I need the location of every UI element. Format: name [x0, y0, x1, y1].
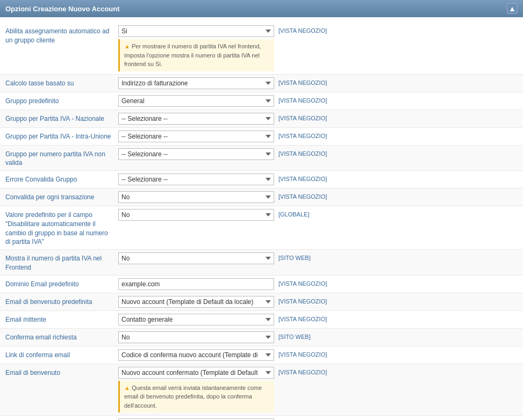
store-link-dominio-email-predefinito[interactable]: [VISTA NEGOZIO] — [278, 278, 332, 287]
select-email-mittente[interactable]: Contatto generale — [118, 314, 274, 325]
select-calcolo-tasse[interactable]: Indirizzo di fatturazioneIndirizzo di sp… — [118, 77, 274, 89]
select-mostra-numero-partita-iva[interactable]: NoSi — [118, 252, 274, 264]
label-dominio-email-predefinito: Dominio Email predefinito — [5, 278, 118, 289]
store-link-calcolo-tasse[interactable]: [VISTA NEGOZIO] — [278, 77, 332, 86]
panel-collapse-icon[interactable]: ▲ — [507, 3, 518, 14]
select-convalida-ogni-transazione[interactable]: NoSi — [118, 191, 274, 203]
label-errore-convalida-gruppo: Errore Convalida Gruppo — [5, 173, 118, 184]
control-wrap-calcolo-tasse: Indirizzo di fatturazioneIndirizzo di sp… — [118, 77, 518, 89]
label-calcolo-tasse: Calcolo tasse basato su — [5, 77, 118, 88]
store-link-gruppo-predefinito[interactable]: [VISTA NEGOZIO] — [278, 95, 332, 104]
form-row-calcolo-tasse: Calcolo tasse basato suIndirizzo di fatt… — [0, 75, 523, 92]
control-wrap-mostra-numero-partita-iva: NoSi[SITO WEB] — [118, 252, 518, 264]
form-row-link-conferma-email: Link di conferma emailCodice di conferma… — [0, 346, 523, 364]
notice-abilita-assegnamento: ▲ Per mostrare il numero di partita IVA … — [118, 39, 274, 71]
store-link-email-benvenuto-predefinita[interactable]: [VISTA NEGOZIO] — [278, 296, 332, 305]
control-wrap-email-benvenuto-predefinita: Nuovo account (Template di Default da lo… — [118, 296, 518, 308]
control-inner-abilita-assegnamento: SiNo▲ Per mostrare il numero di partita … — [118, 25, 274, 71]
form-row-valore-predefinito-campo: Valore predefinito per il campo "Disabil… — [0, 206, 523, 250]
store-link-link-conferma-email[interactable]: [VISTA NEGOZIO] — [278, 349, 332, 358]
form-row-convalida-ogni-transazione: Convalida per ogni transazioneNoSi[VISTA… — [0, 189, 523, 206]
control-inner-conferma-email-richiesta: NoSi — [118, 331, 274, 343]
store-link-gruppo-numero-partita-iva-invalida[interactable]: [VISTA NEGOZIO] — [278, 148, 332, 157]
select-link-conferma-email[interactable]: Codice di conferma nuovo account (Templa… — [118, 349, 274, 361]
control-inner-gruppo-partita-iva-intra: -- Selezionare -- — [118, 131, 274, 142]
select-gruppo-partita-iva-intra[interactable]: -- Selezionare -- — [118, 131, 274, 142]
select-abilita-assegnamento[interactable]: SiNo — [118, 25, 274, 37]
control-inner-convalida-ogni-transazione: NoSi — [118, 191, 274, 203]
control-inner-gruppo-partita-iva-nazionale: -- Selezionare -- — [118, 113, 274, 125]
notice-icon-email-benvenuto: ▲ — [124, 385, 130, 391]
panel-body: Abilita assegnamento automatico ad un gr… — [0, 17, 523, 420]
control-wrap-link-conferma-email: Codice di conferma nuovo account (Templa… — [118, 349, 518, 361]
control-wrap-convalida-ogni-transazione: NoSi[VISTA NEGOZIO] — [118, 191, 518, 203]
control-inner-email-benvenuto: Nuovo account confermato (Template di De… — [118, 367, 274, 413]
store-link-errore-convalida-gruppo[interactable]: [VISTA NEGOZIO] — [278, 173, 332, 182]
control-wrap-gruppo-numero-partita-iva-invalida: -- Selezionare --[VISTA NEGOZIO] — [118, 148, 518, 160]
store-link-email-mittente[interactable]: [VISTA NEGOZIO] — [278, 314, 332, 322]
form-row-abilita-assegnamento: Abilita assegnamento automatico ad un gr… — [0, 23, 523, 75]
label-email-mittente: Email mittente — [5, 314, 118, 324]
label-email-benvenuto-predefinita: Email di benvenuto predefinita — [5, 296, 118, 307]
control-wrap-errore-convalida-gruppo: -- Selezionare --[VISTA NEGOZIO] — [118, 173, 518, 185]
control-inner-gruppo-predefinito: General — [118, 95, 274, 107]
form-row-email-benvenuto-predefinita: Email di benvenuto predefinitaNuovo acco… — [0, 293, 523, 311]
form-row-email-mittente: Email mittenteContatto generale[VISTA NE… — [0, 311, 523, 329]
store-link-gruppo-partita-iva-intra[interactable]: [VISTA NEGOZIO] — [278, 131, 332, 139]
form-row-gruppo-predefinito: Gruppo predefinitoGeneral[VISTA NEGOZIO] — [0, 92, 523, 110]
input-dominio-email-predefinito[interactable] — [118, 278, 274, 290]
panel-header: Opzioni Creazione Nuovo Account ▲ — [0, 0, 523, 17]
control-wrap-valore-predefinito-campo: NoSi[GLOBALE] — [118, 209, 518, 221]
control-inner-errore-convalida-gruppo: -- Selezionare -- — [118, 173, 274, 185]
control-wrap-dominio-email-predefinito: [VISTA NEGOZIO] — [118, 278, 518, 290]
control-inner-gruppo-numero-partita-iva-invalida: -- Selezionare -- — [118, 148, 274, 160]
control-inner-dominio-email-predefinito — [118, 278, 274, 290]
form-row-gruppo-numero-partita-iva-invalida: Gruppo per numero partita IVA non valida… — [0, 146, 523, 171]
control-wrap-email-mittente: Contatto generale[VISTA NEGOZIO] — [118, 314, 518, 325]
form-row-gruppo-partita-iva-nazionale: Gruppo per Partita IVA - Nazionale-- Sel… — [0, 110, 523, 128]
form-row-mostra-numero-partita-iva: Mostra il numero di partita IVA nel Fron… — [0, 250, 523, 276]
control-inner-email-mittente: Contatto generale — [118, 314, 274, 325]
label-gruppo-partita-iva-intra: Gruppo per Partita IVA - Intra-Unione — [5, 131, 118, 141]
label-mostra-numero-partita-iva: Mostra il numero di partita IVA nel Fron… — [5, 252, 118, 272]
store-link-mostra-numero-partita-iva[interactable]: [SITO WEB] — [278, 252, 332, 261]
select-errore-convalida-gruppo[interactable]: -- Selezionare -- — [118, 173, 274, 185]
select-gruppo-predefinito[interactable]: General — [118, 95, 274, 107]
form-row-email-benvenuto: Email di benvenutoNuovo account conferma… — [0, 364, 523, 416]
label-abilita-assegnamento: Abilita assegnamento automatico ad un gr… — [5, 25, 118, 45]
control-inner-valore-predefinito-campo: NoSi — [118, 209, 274, 221]
control-wrap-abilita-assegnamento: SiNo▲ Per mostrare il numero di partita … — [118, 25, 518, 71]
label-email-benvenuto: Email di benvenuto — [5, 367, 118, 378]
label-gruppo-predefinito: Gruppo predefinito — [5, 95, 118, 106]
control-inner-mostra-numero-partita-iva: NoSi — [118, 252, 274, 264]
select-email-benvenuto-predefinita[interactable]: Nuovo account (Template di Default da lo… — [118, 296, 274, 308]
control-wrap-gruppo-predefinito: General[VISTA NEGOZIO] — [118, 95, 518, 107]
store-link-gruppo-partita-iva-nazionale[interactable]: [VISTA NEGOZIO] — [278, 113, 332, 121]
label-gruppo-numero-partita-iva-invalida: Gruppo per numero partita IVA non valida — [5, 148, 118, 168]
label-link-conferma-email: Link di conferma email — [5, 349, 118, 360]
panel-title: Opzioni Creazione Nuovo Account — [5, 5, 120, 13]
store-link-email-benvenuto[interactable]: [VISTA NEGOZIO] — [278, 367, 332, 375]
store-link-abilita-assegnamento[interactable]: [VISTA NEGOZIO] — [278, 25, 332, 34]
label-gruppo-partita-iva-nazionale: Gruppo per Partita IVA - Nazionale — [5, 113, 118, 124]
select-conferma-email-richiesta[interactable]: NoSi — [118, 331, 274, 343]
label-conferma-email-richiesta: Conferma email richiesta — [5, 331, 118, 342]
control-inner-email-benvenuto-predefinita: Nuovo account (Template di Default da lo… — [118, 296, 274, 308]
control-inner-link-conferma-email: Codice di conferma nuovo account (Templa… — [118, 349, 274, 361]
store-link-valore-predefinito-campo[interactable]: [GLOBALE] — [278, 209, 332, 218]
control-inner-calcolo-tasse: Indirizzo di fatturazioneIndirizzo di sp… — [118, 77, 274, 89]
form-row-conferma-email-richiesta: Conferma email richiestaNoSi[SITO WEB] — [0, 329, 523, 346]
store-link-conferma-email-richiesta[interactable]: [SITO WEB] — [278, 331, 332, 340]
control-wrap-conferma-email-richiesta: NoSi[SITO WEB] — [118, 331, 518, 343]
select-email-benvenuto[interactable]: Nuovo account confermato (Template di De… — [118, 367, 274, 379]
select-valore-predefinito-campo[interactable]: NoSi — [118, 209, 274, 221]
control-wrap-gruppo-partita-iva-intra: -- Selezionare --[VISTA NEGOZIO] — [118, 131, 518, 142]
select-gruppo-partita-iva-nazionale[interactable]: -- Selezionare -- — [118, 113, 274, 125]
control-wrap-gruppo-partita-iva-nazionale: -- Selezionare --[VISTA NEGOZIO] — [118, 113, 518, 125]
form-row-generate-human-friendly: Generate Human-Friendly Customer IDNoSi[… — [0, 416, 523, 420]
select-gruppo-numero-partita-iva-invalida[interactable]: -- Selezionare -- — [118, 148, 274, 160]
form-row-errore-convalida-gruppo: Errore Convalida Gruppo-- Selezionare --… — [0, 171, 523, 189]
label-convalida-ogni-transazione: Convalida per ogni transazione — [5, 191, 118, 202]
notice-icon-abilita-assegnamento: ▲ — [124, 43, 130, 49]
store-link-convalida-ogni-transazione[interactable]: [VISTA NEGOZIO] — [278, 191, 332, 200]
